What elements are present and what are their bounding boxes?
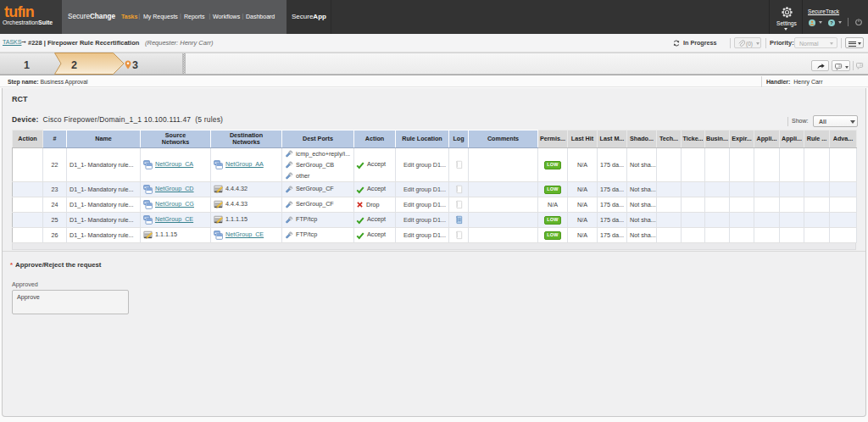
svg-text:?: ? [830,20,833,25]
